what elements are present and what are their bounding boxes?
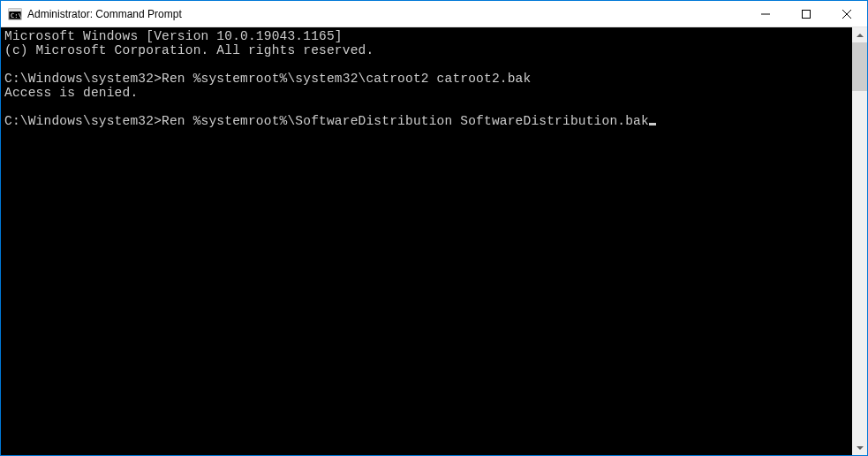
terminal-line: (c) Microsoft Corporation. All rights re…: [4, 43, 374, 57]
terminal[interactable]: Microsoft Windows [Version 10.0.19043.11…: [1, 27, 852, 455]
window-title: Administrator: Command Prompt: [27, 8, 745, 20]
cmd-icon: C:\: [8, 7, 22, 21]
terminal-area: Microsoft Windows [Version 10.0.19043.11…: [1, 27, 867, 455]
svg-text:C:\: C:\: [11, 12, 22, 19]
close-button[interactable]: [826, 1, 867, 27]
svg-marker-7: [857, 34, 864, 37]
vertical-scrollbar[interactable]: [852, 27, 867, 455]
scroll-down-button[interactable]: [852, 440, 867, 455]
text-cursor: [649, 123, 656, 125]
svg-marker-8: [857, 446, 864, 450]
terminal-line: Microsoft Windows [Version 10.0.19043.11…: [4, 29, 343, 43]
window-controls: [745, 1, 867, 27]
scroll-track[interactable]: [852, 42, 867, 440]
titlebar[interactable]: C:\ Administrator: Command Prompt: [1, 1, 867, 27]
minimize-button[interactable]: [745, 1, 786, 27]
window: C:\ Administrator: Command Prompt Micros…: [1, 1, 867, 455]
terminal-command: Ren %systemroot%\system32\catroot2 catro…: [162, 72, 531, 86]
terminal-prompt: C:\Windows\system32>: [4, 72, 162, 86]
terminal-prompt: C:\Windows\system32>: [4, 114, 162, 128]
maximize-button[interactable]: [786, 1, 826, 27]
svg-rect-4: [803, 10, 811, 18]
scroll-up-button[interactable]: [852, 27, 867, 42]
terminal-output: Access is denied.: [4, 86, 138, 100]
terminal-command: Ren %systemroot%\SoftwareDistribution So…: [162, 114, 649, 128]
svg-rect-1: [9, 9, 21, 11]
scroll-thumb[interactable]: [852, 42, 867, 91]
